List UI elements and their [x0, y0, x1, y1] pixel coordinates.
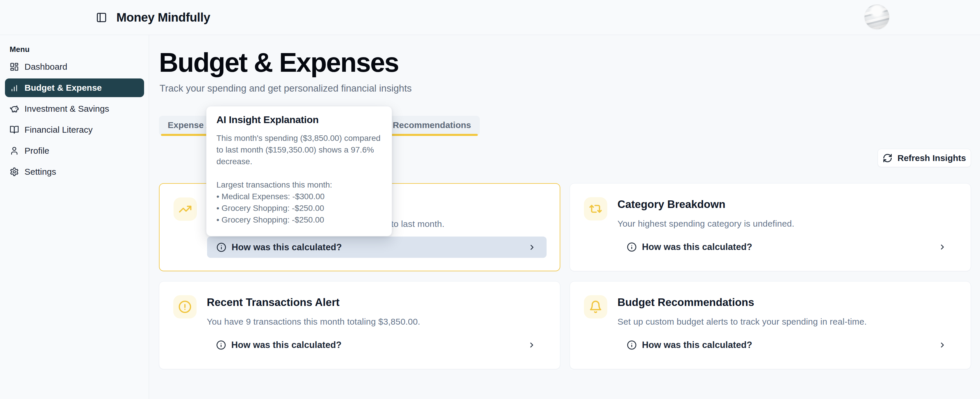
sidebar-item-label: Settings [24, 167, 56, 176]
info-icon [216, 242, 226, 252]
card-title: Budget Recommendations [617, 296, 754, 309]
trending-up-icon [173, 197, 197, 221]
chevron-right-icon [528, 341, 536, 349]
user-icon [10, 146, 19, 156]
insight-card-category-breakdown: Category Breakdown Your highest spending… [570, 183, 971, 271]
how-calculated-label: How was this calculated? [232, 242, 342, 253]
sidebar-item-label: Investment & Savings [24, 105, 109, 113]
ai-insight-popup-title: AI Insight Explanation [216, 114, 383, 126]
how-calculated-button[interactable]: How was this calculated? [617, 334, 957, 356]
card-subtitle: Set up custom budget alerts to track you… [617, 316, 867, 327]
sidebar-item-investment-savings[interactable]: Investment & Savings [5, 99, 144, 118]
refresh-insights-label: Refresh Insights [897, 153, 966, 163]
popup-paragraph: This month's spending ($3,850.00) compar… [216, 132, 385, 167]
popup-bullet: • Grocery Shopping: -$250.00 [216, 202, 385, 214]
book-open-icon [10, 125, 19, 135]
sidebar: Menu Dashboard Budget & Expense Investme… [0, 35, 149, 399]
chevron-right-icon [938, 243, 947, 251]
card-title: Category Breakdown [617, 198, 725, 211]
app-header: Money Mindfully [0, 0, 980, 35]
popup-bullet: • Medical Expenses: -$300.00 [216, 191, 385, 202]
menu-section-label: Menu [10, 45, 30, 54]
refresh-icon [883, 153, 892, 163]
popup-list-header: Largest transactions this month: [216, 179, 385, 191]
how-calculated-button[interactable]: How was this calculated? [207, 334, 546, 356]
card-subtitle: Your highest spending category is undefi… [617, 218, 794, 229]
how-calculated-label: How was this calculated? [642, 242, 752, 252]
card-title: Recent Transactions Alert [207, 296, 339, 309]
gear-icon [10, 167, 19, 176]
sidebar-item-label: Budget & Expense [24, 83, 102, 92]
info-icon [216, 340, 226, 350]
how-calculated-label: How was this calculated? [231, 340, 342, 350]
popup-blank-line [216, 167, 385, 179]
bell-icon [584, 295, 607, 318]
repeat-icon [584, 197, 607, 221]
app-title: Money Mindfully [116, 9, 210, 26]
popup-bullet: • Grocery Shopping: -$250.00 [216, 214, 385, 226]
info-icon [627, 242, 637, 252]
refresh-insights-button[interactable]: Refresh Insights [878, 149, 971, 167]
piggy-bank-icon [10, 104, 19, 113]
sidebar-item-dashboard[interactable]: Dashboard [5, 57, 144, 76]
sidebar-item-label: Profile [24, 146, 49, 155]
chevron-right-icon [528, 243, 536, 251]
sidebar-nav: Dashboard Budget & Expense Investment & … [0, 57, 149, 183]
sidebar-item-label: Financial Literacy [24, 126, 92, 134]
insight-card-budget-recommendations: Budget Recommendations Set up custom bud… [570, 281, 971, 369]
page-title: Budget & Expenses [159, 48, 398, 77]
sidebar-item-budget-expense[interactable]: Budget & Expense [5, 78, 144, 97]
layout-dashboard-icon [10, 62, 19, 72]
page-subtitle: Track your spending and get personalized… [159, 82, 412, 95]
how-calculated-label: How was this calculated? [642, 340, 752, 350]
sidebar-item-settings[interactable]: Settings [5, 162, 144, 181]
user-avatar[interactable] [864, 5, 889, 29]
how-calculated-button[interactable]: How was this calculated? [207, 237, 547, 258]
bar-chart-icon [10, 83, 19, 92]
sidebar-item-profile[interactable]: Profile [5, 141, 144, 160]
alert-circle-icon [173, 295, 197, 318]
insight-card-recent-transactions: Recent Transactions Alert You have 9 tra… [159, 281, 560, 369]
panel-left-icon [96, 12, 107, 23]
card-subtitle: You have 9 transactions this month total… [207, 316, 420, 327]
sidebar-toggle-button[interactable] [94, 10, 109, 25]
sidebar-item-financial-literacy[interactable]: Financial Literacy [5, 121, 144, 139]
ai-insight-popup-body: This month's spending ($3,850.00) compar… [216, 132, 385, 226]
ai-insight-popup: AI Insight Explanation This month's spen… [206, 106, 392, 236]
sidebar-item-label: Dashboard [24, 62, 67, 71]
chevron-right-icon [938, 341, 947, 349]
info-icon [627, 340, 637, 350]
how-calculated-button[interactable]: How was this calculated? [617, 236, 957, 258]
